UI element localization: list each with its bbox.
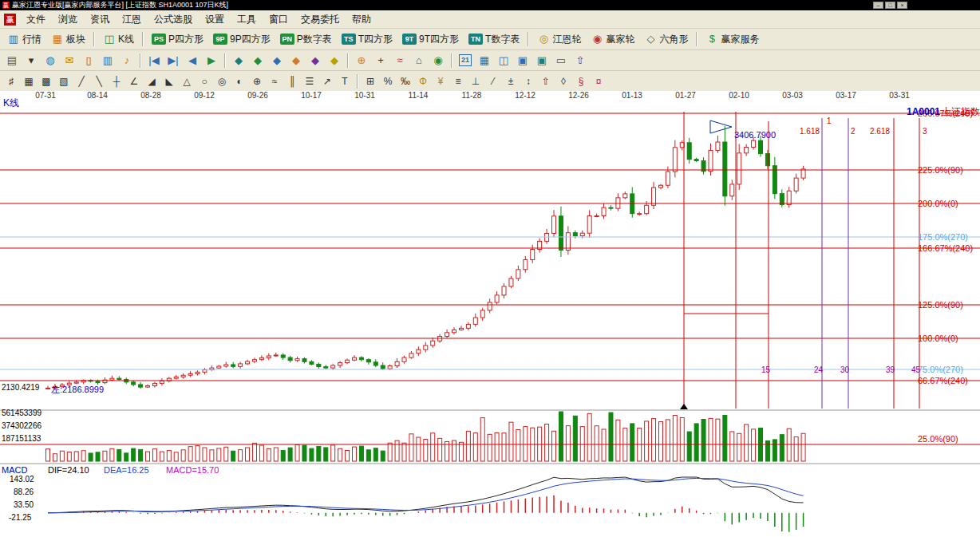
gann-square-orange-button[interactable]: ◆ [286, 52, 306, 69]
t-number-table-button[interactable]: TNT数字表 [464, 30, 524, 49]
nav-next-button[interactable]: ▶ [202, 52, 221, 69]
gann-square-green-button[interactable]: ◆ [248, 52, 267, 69]
cycle-ring-tool[interactable]: ◎ [213, 73, 231, 90]
gann-fan-up-tool[interactable]: ◣ [160, 73, 178, 90]
perpendicular-tool[interactable]: ⊥ [467, 73, 484, 90]
winner-service-button[interactable]: $赢家服务 [701, 30, 764, 49]
horizontal-lines-tool[interactable]: ☰ [301, 73, 318, 90]
sectors-button[interactable]: ▦板块 [46, 30, 90, 49]
mail-button[interactable]: ✉ [60, 52, 79, 69]
volume-bar [231, 451, 235, 461]
gann-wheel-tool[interactable]: ⊕ [248, 73, 266, 90]
crosshair-button[interactable]: + [371, 52, 390, 69]
cross-line-tool[interactable]: ┼ [108, 73, 125, 90]
arrow-tool[interactable]: ↗ [318, 73, 336, 90]
chart-area[interactable]: 3406.7900左:2186.899907-3108-1408-2809-12… [0, 91, 980, 537]
report-view-button[interactable]: ▥ [98, 52, 117, 69]
gann-square-blue-button[interactable]: ◆ [267, 52, 286, 69]
regression-tool[interactable]: ⁄ [484, 73, 502, 90]
winner-wheel-button[interactable]: ◉赢家轮 [586, 30, 639, 49]
p-square-button[interactable]: PSP四方形 [147, 30, 208, 49]
balance-line-tool[interactable]: ≡ [449, 73, 467, 90]
gann-wheel-button[interactable]: ◎江恩轮 [532, 30, 586, 49]
shift-tool[interactable]: ⇧ [537, 73, 555, 90]
circle-tool[interactable]: ○ [196, 73, 213, 90]
angle-tool[interactable]: ∠ [125, 73, 143, 90]
vertical-lines-tool[interactable]: ║ [283, 73, 301, 90]
wave-tool-button[interactable]: ≈ [390, 52, 409, 69]
section-tool[interactable]: § [572, 73, 590, 90]
menu-item-6[interactable]: 工具 [231, 10, 263, 29]
kline-view-button[interactable]: ▯ [79, 52, 98, 69]
sound-button[interactable]: ♪ [117, 52, 136, 69]
volume-bar [480, 418, 484, 461]
nav-last-button[interactable]: ▶| [164, 52, 183, 69]
range-tool[interactable]: ↕ [520, 73, 537, 90]
menu-item-5[interactable]: 设置 [199, 10, 231, 29]
pan-hand-button[interactable]: ⊕ [352, 52, 371, 69]
text-tool[interactable]: T [336, 73, 354, 90]
portfolio-button[interactable]: ⌂ [409, 52, 429, 69]
diamond-tool[interactable]: ◊ [555, 73, 572, 90]
shade-grid-tool[interactable]: ▧ [55, 73, 73, 90]
hexagon-button[interactable]: ◇六角形 [639, 30, 693, 49]
menu-item-8[interactable]: 交易委托 [294, 10, 346, 29]
up-trendline-tool[interactable]: ╱ [73, 73, 90, 90]
arc-tool[interactable]: ◐ [231, 73, 248, 90]
down-trendline-tool[interactable]: ╲ [90, 73, 108, 90]
nav-first-button[interactable]: |◀ [144, 52, 164, 69]
volume-bar [310, 448, 314, 461]
coin-button[interactable]: ◉ [429, 52, 448, 69]
export-button[interactable]: ⇧ [571, 52, 590, 69]
gann-grid-tool[interactable]: ♯ [2, 73, 20, 90]
menu-item-0[interactable]: 文件 [20, 10, 52, 29]
date-label: 10-31 [354, 91, 375, 100]
currency-tool[interactable]: ¤ [590, 73, 607, 90]
menu-item-3[interactable]: 江恩 [116, 10, 148, 29]
kline-button[interactable]: ◫K线 [98, 30, 139, 49]
print-button[interactable]: ▭ [551, 52, 571, 69]
save-button[interactable]: ▣ [513, 52, 532, 69]
gann-square-purple-button[interactable]: ◆ [306, 52, 325, 69]
percent-retrace-tool[interactable]: % [379, 73, 397, 90]
price-measure-tool[interactable]: ¥ [432, 73, 449, 90]
quotes-button[interactable]: ▥行情 [2, 30, 46, 49]
9t-square-button[interactable]: 9T9T四方形 [397, 30, 464, 49]
volume-bar [752, 429, 756, 461]
kline-chart-svg[interactable]: 3406.7900左:2186.899907-3108-1408-2809-12… [0, 91, 980, 537]
price-grid-tool[interactable]: ▩ [38, 73, 55, 90]
gann-square-cyan-button[interactable]: ◆ [229, 52, 248, 69]
calendar-21-button[interactable]: 21 [456, 52, 475, 69]
t-square-button[interactable]: TST四方形 [337, 30, 397, 49]
dif-line [48, 477, 804, 513]
gann-square-yellow-button[interactable]: ◆ [325, 52, 344, 69]
web-info-button[interactable]: ◍ [41, 52, 60, 69]
plus-minus-tool[interactable]: ± [502, 73, 520, 90]
maximize-button[interactable]: □ [885, 2, 895, 9]
grid-view-button[interactable]: ▦ [475, 52, 494, 69]
ratio-label: 2 [851, 127, 856, 136]
gann-box-tool[interactable]: ▦ [20, 73, 38, 90]
stats-grid-tool[interactable]: ⊞ [362, 73, 379, 90]
permille-tool[interactable]: ‰ [397, 73, 414, 90]
golden-section-tool[interactable]: Φ [414, 73, 432, 90]
menu-item-4[interactable]: 公式选股 [148, 10, 199, 29]
9p-square-button[interactable]: 9P9P四方形 [208, 30, 275, 49]
candle-body [658, 185, 662, 188]
dropdown-caret-button[interactable]: ▾ [22, 52, 41, 69]
minimize-button[interactable]: – [873, 2, 883, 9]
gann-fan-down-tool[interactable]: ◢ [143, 73, 160, 90]
menu-item-7[interactable]: 窗口 [263, 10, 294, 29]
nav-prev-button[interactable]: ◀ [183, 52, 202, 69]
save-as-button[interactable]: ▣ [532, 52, 551, 69]
toolbar-separator [696, 32, 697, 46]
triangle-tool[interactable]: △ [178, 73, 196, 90]
new-page-button[interactable]: ▤ [2, 52, 22, 69]
panel-layout-button[interactable]: ◫ [494, 52, 513, 69]
p-number-table-button[interactable]: PNP数字表 [275, 30, 337, 49]
menu-item-1[interactable]: 浏览 [52, 10, 84, 29]
wave-line-tool[interactable]: ≈ [266, 73, 283, 90]
menu-item-9[interactable]: 帮助 [346, 10, 377, 29]
menu-item-2[interactable]: 资讯 [84, 10, 116, 29]
close-button[interactable]: × [897, 2, 907, 9]
